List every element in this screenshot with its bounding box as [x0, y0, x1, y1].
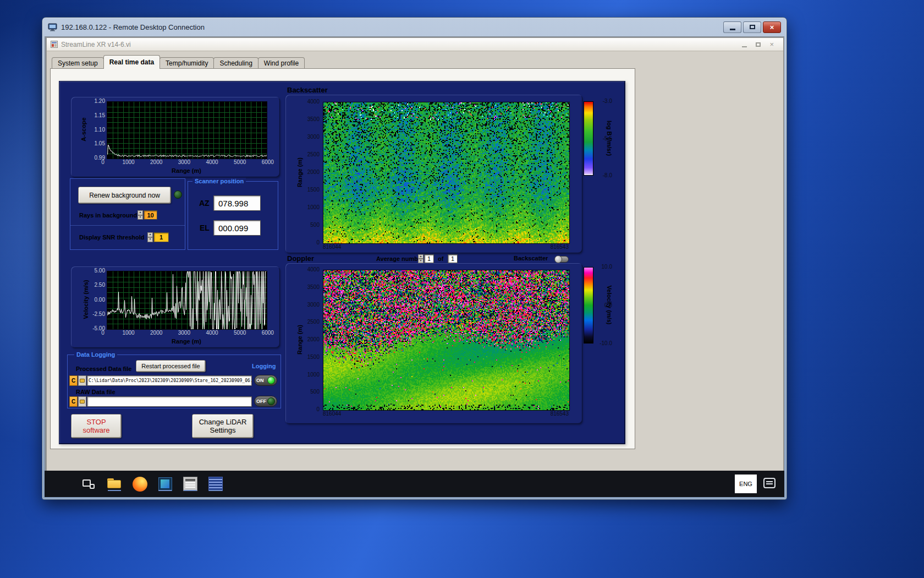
- rays-in-background-label: Rays in background: [79, 212, 137, 219]
- scanner-position-box: Scanner position AZ 078.998 EL 000.099: [188, 181, 278, 250]
- tick-label: -8.0: [596, 173, 612, 178]
- change-button-line2: Settings: [210, 426, 236, 434]
- language-indicator[interactable]: ENG: [735, 475, 757, 493]
- processed-browse-button[interactable]: [78, 375, 86, 386]
- rays-value-field[interactable]: 10: [144, 210, 157, 220]
- tick-label: 5000: [234, 160, 246, 165]
- processed-path-field[interactable]: C:\Lidar\Data\Proc\2023\202309\20230909\…: [87, 375, 252, 386]
- app-close-icon[interactable]: ×: [769, 41, 774, 48]
- folder-body: [107, 480, 121, 488]
- background-controls-box: Renew background now Rays in background …: [70, 178, 185, 250]
- velocity-plot-canvas: [107, 271, 267, 330]
- tick-label: 3500: [298, 285, 320, 290]
- processed-drive-letter[interactable]: C: [69, 375, 78, 386]
- app-titlebar[interactable]: StreamLine XR v14-6.vi ×: [47, 38, 783, 51]
- raw-browse-button[interactable]: [78, 396, 86, 407]
- tick-label: 2000: [298, 170, 320, 175]
- of-label: of: [438, 255, 443, 262]
- backscatter-colorbar: [584, 101, 593, 176]
- velocity-y-ticks: 5.002.500.00-2.50-5.00: [83, 268, 105, 331]
- tab-scheduling[interactable]: Scheduling: [213, 57, 258, 69]
- taskbar: ENG: [45, 471, 784, 497]
- ascope-y-ticks: 1.201.151.101.050.99: [85, 99, 105, 161]
- snr-value-field[interactable]: 1: [153, 232, 169, 242]
- tick-label: 0: [99, 330, 107, 336]
- rays-spinner[interactable]: ▲▼: [138, 210, 143, 220]
- ascope-plot-frame: A-scope 1.201.151.101.050.99 01000200030…: [71, 97, 280, 177]
- restart-processed-file-button[interactable]: Restart processed file: [136, 360, 206, 372]
- photos-frame: [158, 477, 172, 491]
- desktop: 192.168.0.122 - Remote Desktop Connectio…: [0, 0, 924, 578]
- average-number-field[interactable]: 1: [424, 254, 434, 263]
- tab-system-setup[interactable]: System setup: [52, 57, 104, 69]
- rdp-close-button[interactable]: ×: [763, 21, 781, 33]
- data-viewer-glyph: [208, 477, 223, 491]
- backscatter-x-ticks: 816044 816543: [323, 244, 569, 250]
- tick-label: 4000: [206, 160, 218, 165]
- tick-label: 0.00: [83, 297, 105, 303]
- raw-logging-led: [267, 397, 275, 405]
- tick-label: 2000: [150, 160, 162, 165]
- tab-temp-humidity[interactable]: Temp/humidity: [160, 57, 214, 69]
- app-icon: [51, 41, 58, 48]
- rdp-minimize-button[interactable]: [723, 21, 741, 33]
- tick-label: 3000: [178, 330, 190, 336]
- tab-real-time-data[interactable]: Real time data: [103, 55, 160, 69]
- ascope-x-ticks: 0100020003000400050006000: [99, 160, 274, 165]
- backscatter-display-toggle[interactable]: [554, 256, 569, 263]
- tick-label: 1500: [298, 187, 320, 193]
- rdp-titlebar[interactable]: 192.168.0.122 - Remote Desktop Connectio…: [42, 18, 787, 36]
- app-title: StreamLine XR v14-6.vi: [61, 41, 131, 48]
- doppler-heatmap-frame: Range (m) 400035003000250020001500100050…: [285, 263, 582, 424]
- raw-toggle-label: OFF: [256, 399, 266, 404]
- tick-label: 2500: [298, 152, 320, 157]
- notifications-icon[interactable]: [763, 478, 776, 488]
- tick-label: 1000: [122, 160, 134, 165]
- tick-label: 5000: [234, 330, 246, 336]
- streamline-app-window: StreamLine XR v14-6.vi × System setup Re…: [46, 37, 784, 472]
- backscatter-heading: Backscatter: [287, 86, 328, 94]
- tick-label: 3000: [178, 160, 190, 165]
- snr-spinner[interactable]: ▲▼: [147, 232, 153, 242]
- tab-wind-profile[interactable]: Wind profile: [258, 57, 305, 69]
- az-label: AZ: [199, 199, 210, 208]
- tick-label: 2500: [298, 319, 320, 325]
- folder-icon: [80, 379, 85, 383]
- tick-label: 2.50: [83, 282, 105, 288]
- front-panel: Backscatter A-scope 1.201.151.101.050.99…: [50, 68, 635, 449]
- velocity-x-ticks: 0100020003000400050006000: [99, 330, 274, 336]
- average-number-spinner[interactable]: ▲▼: [418, 254, 424, 263]
- tick-label: 1.10: [85, 127, 105, 133]
- raw-drive-letter[interactable]: C: [69, 396, 78, 407]
- file-explorer-icon[interactable]: [106, 476, 123, 492]
- controls-divider: [70, 225, 185, 226]
- firefox-icon[interactable]: [131, 476, 148, 492]
- raw-path-field[interactable]: [87, 396, 252, 407]
- app-restore-icon[interactable]: [756, 42, 761, 47]
- app-minimize-icon[interactable]: [742, 46, 747, 47]
- tick-label: 1000: [122, 330, 134, 336]
- task-view-icon[interactable]: [80, 476, 97, 492]
- velocity-x-axis-title: Range (m): [107, 338, 266, 345]
- processed-logging-toggle[interactable]: ON: [254, 375, 277, 386]
- change-lidar-settings-button[interactable]: Change LiDAR Settings: [192, 414, 254, 438]
- stop-software-button[interactable]: STOP software: [71, 414, 122, 438]
- raw-logging-toggle[interactable]: OFF: [254, 396, 277, 407]
- renew-background-button[interactable]: Renew background now: [78, 187, 171, 204]
- remote-desktop-client: StreamLine XR v14-6.vi × System setup Re…: [45, 36, 784, 497]
- tab-bar: System setup Real time data Temp/humidit…: [52, 55, 304, 69]
- photos-app-icon[interactable]: [157, 476, 173, 492]
- rdp-window: 192.168.0.122 - Remote Desktop Connectio…: [42, 17, 787, 500]
- rdp-maximize-button[interactable]: [743, 21, 761, 33]
- tick-label: 1000: [298, 372, 320, 378]
- scan-scheduler-icon[interactable]: [182, 476, 199, 492]
- velocity-plot-frame: Velocity (m/s) 5.002.500.00-2.50-5.00 01…: [71, 266, 280, 348]
- tick-label: 500: [298, 389, 320, 395]
- average-total-field: 1: [448, 254, 458, 263]
- rdp-window-title: 192.168.0.122 - Remote Desktop Connectio…: [61, 23, 205, 31]
- tick-label: -3.0: [596, 99, 612, 104]
- data-viewer-icon[interactable]: [207, 476, 224, 492]
- tick-label: 5.00: [83, 268, 105, 274]
- backscatter-heatmap-frame: Range (m) 400035003000250020001500100050…: [285, 95, 582, 253]
- processed-toggle-label: ON: [256, 378, 264, 383]
